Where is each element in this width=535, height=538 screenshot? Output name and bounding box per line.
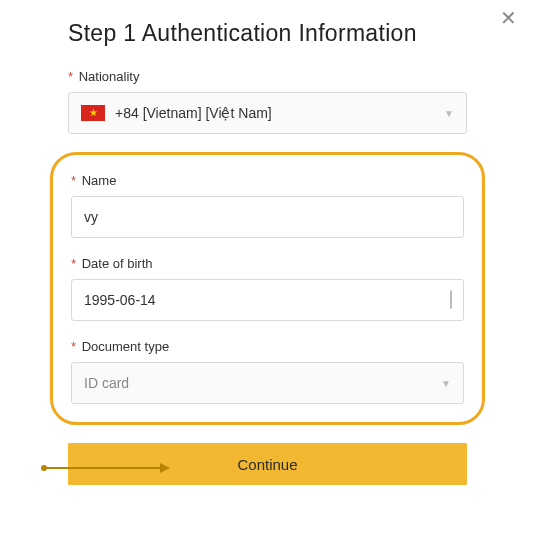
- continue-button[interactable]: Continue: [68, 443, 467, 485]
- name-label-row: * Name: [71, 173, 464, 188]
- required-marker: *: [71, 173, 76, 188]
- chevron-down-icon: ▼: [441, 378, 451, 389]
- continue-label: Continue: [237, 456, 297, 473]
- required-marker: *: [68, 69, 73, 84]
- dob-input[interactable]: 1995-06-14: [71, 279, 464, 321]
- doctype-select[interactable]: ID card ▼: [71, 362, 464, 404]
- field-doctype: * Document type ID card ▼: [71, 339, 464, 404]
- vietnam-flag-icon: [81, 105, 105, 121]
- nationality-value: +84 [Vietnam] [Việt Nam]: [115, 105, 444, 121]
- dob-label: Date of birth: [82, 256, 153, 271]
- dob-value: 1995-06-14: [84, 292, 427, 308]
- nationality-select[interactable]: +84 [Vietnam] [Việt Nam] ▼: [68, 92, 467, 134]
- chevron-down-icon: ▼: [444, 108, 454, 119]
- highlight-group: * Name * Date of birth 1995-06-14 *: [50, 152, 485, 425]
- field-name: * Name: [71, 173, 464, 238]
- doctype-label: Document type: [82, 339, 169, 354]
- nationality-label-row: * Nationality: [68, 69, 467, 84]
- close-icon: ✕: [500, 7, 517, 29]
- calendar-icon[interactable]: [450, 291, 452, 309]
- required-marker: *: [71, 256, 76, 271]
- step-title: Step 1 Authentication Information: [68, 20, 467, 47]
- required-marker: *: [71, 339, 76, 354]
- field-dob: * Date of birth 1995-06-14: [71, 256, 464, 321]
- doctype-label-row: * Document type: [71, 339, 464, 354]
- nationality-label: Nationality: [79, 69, 140, 84]
- name-label: Name: [82, 173, 117, 188]
- annotation-arrow: [44, 467, 168, 469]
- name-input[interactable]: [71, 196, 464, 238]
- auth-step1-modal: ✕ Step 1 Authentication Information * Na…: [0, 0, 535, 515]
- field-nationality: * Nationality +84 [Vietnam] [Việt Nam] ▼: [68, 69, 467, 134]
- doctype-value: ID card: [84, 375, 441, 391]
- dob-label-row: * Date of birth: [71, 256, 464, 271]
- close-button[interactable]: ✕: [500, 8, 517, 28]
